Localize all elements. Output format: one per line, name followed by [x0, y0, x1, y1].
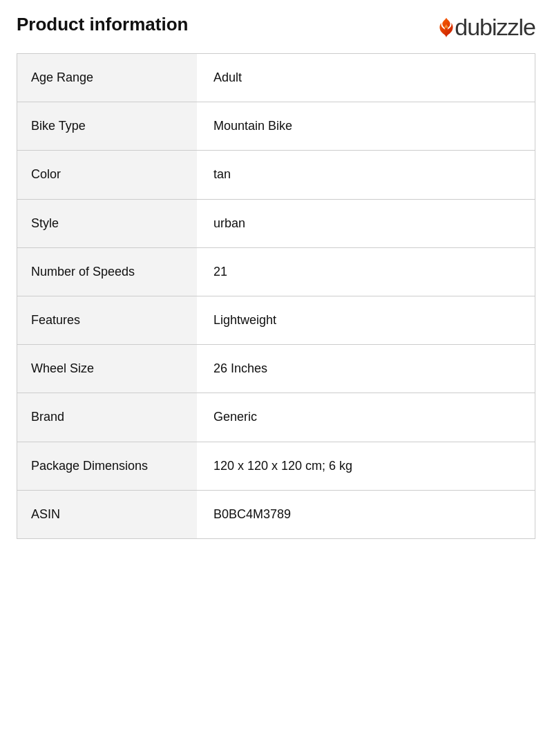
table-row: Colortan — [17, 151, 535, 199]
table-cell-value: 26 Inches — [197, 345, 535, 393]
table-cell-label: Package Dimensions — [17, 442, 197, 490]
page-header: Product information dubizzle — [17, 14, 535, 41]
page-title: Product information — [17, 14, 188, 35]
table-row: Styleurban — [17, 200, 535, 248]
table-cell-value: tan — [197, 151, 535, 198]
table-row: BrandGeneric — [17, 393, 535, 442]
table-row: Bike TypeMountain Bike — [17, 102, 535, 151]
table-cell-label: Age Range — [17, 54, 197, 102]
table-cell-value: Generic — [197, 393, 535, 441]
table-cell-label: Wheel Size — [17, 345, 197, 393]
table-cell-value: Lightweight — [197, 296, 535, 344]
table-cell-value: B0BC4M3789 — [197, 491, 535, 538]
table-cell-label: ASIN — [17, 491, 197, 538]
table-row: Package Dimensions120 x 120 x 120 cm; 6 … — [17, 442, 535, 491]
dubizzle-logo: dubizzle — [439, 14, 535, 41]
table-cell-label: Color — [17, 151, 197, 198]
table-row: Number of Speeds21 — [17, 248, 535, 296]
table-row: FeaturesLightweight — [17, 296, 535, 345]
table-cell-value: urban — [197, 200, 535, 247]
table-cell-label: Bike Type — [17, 102, 197, 150]
table-cell-value: Mountain Bike — [197, 102, 535, 150]
product-info-table: Age RangeAdultBike TypeMountain BikeColo… — [17, 53, 535, 539]
table-cell-label: Brand — [17, 393, 197, 441]
table-row: ASINB0BC4M3789 — [17, 491, 535, 538]
flame-icon — [439, 17, 454, 39]
table-cell-value: 120 x 120 x 120 cm; 6 kg — [197, 442, 535, 490]
logo-text: dubizzle — [455, 14, 535, 41]
table-cell-label: Features — [17, 296, 197, 344]
table-cell-value: 21 — [197, 248, 535, 296]
table-cell-value: Adult — [197, 54, 535, 102]
table-cell-label: Style — [17, 200, 197, 247]
table-row: Age RangeAdult — [17, 54, 535, 102]
table-row: Wheel Size26 Inches — [17, 345, 535, 393]
table-cell-label: Number of Speeds — [17, 248, 197, 296]
